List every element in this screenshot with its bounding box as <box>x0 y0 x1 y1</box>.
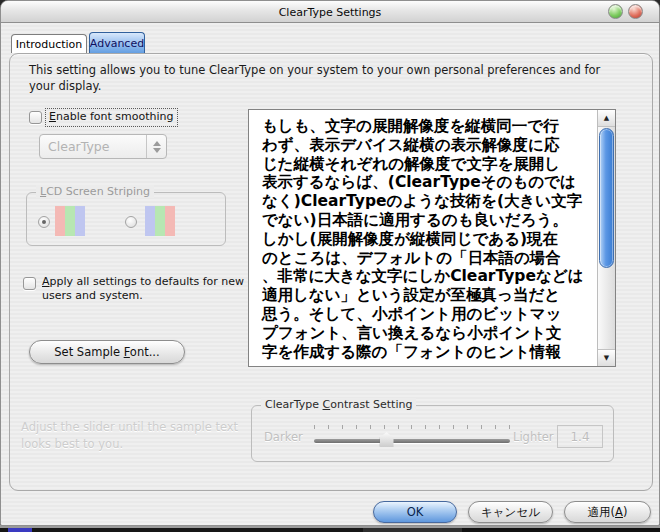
cleartype-settings-window: ClearType Settings Introduction Advanced… <box>0 0 660 526</box>
down-arrow-icon: ▼ <box>604 354 609 362</box>
smoothing-type-dropdown: ClearType <box>39 134 167 159</box>
screen: ClearType Settings Introduction Advanced… <box>0 0 660 532</box>
rgb-striping-radio <box>38 216 50 228</box>
slider-hint-text: Adjust the slider until the sample text … <box>21 419 251 453</box>
background-dark-band <box>0 528 660 532</box>
lcd-striping-group: LCD Screen Striping <box>26 192 226 246</box>
bgr-stripes-swatch <box>145 206 175 236</box>
lcd-striping-title: LCD Screen Striping <box>36 185 154 198</box>
contrast-slider-thumb <box>380 432 394 447</box>
tab-advanced[interactable]: Advanced <box>89 32 145 53</box>
description-text: This setting allows you to tune ClearTyp… <box>29 62 629 94</box>
smoothing-type-value: ClearType <box>40 139 146 154</box>
background-window-sliver <box>0 525 660 532</box>
scrollbar-thumb[interactable] <box>599 128 614 268</box>
stepper-down-icon <box>153 148 161 153</box>
close-button[interactable] <box>628 4 643 19</box>
contrast-value: 1.4 <box>557 425 603 448</box>
enable-font-smoothing-label[interactable]: Enable font smoothing <box>45 108 178 127</box>
apply-all-label[interactable]: Apply all settings to defaults for new u… <box>42 275 247 303</box>
apply-all-checkbox[interactable] <box>23 277 36 290</box>
cancel-button[interactable]: キャンセル <box>468 501 553 523</box>
sample-text: もしも、文字の展開解像度を縦横同一で行 わず、表示デバイス縦横の表示解像度に応 … <box>249 110 595 366</box>
bgr-striping-radio <box>125 216 137 228</box>
apply-button[interactable]: 適用(A) <box>564 501 651 523</box>
rgb-stripes-swatch <box>55 206 85 236</box>
slider-ticks <box>314 425 510 430</box>
tab-introduction[interactable]: Introduction <box>11 34 87 53</box>
sample-text-area[interactable]: もしも、文字の展開解像度を縦横同一で行 わず、表示デバイス縦横の表示解像度に応 … <box>248 109 616 367</box>
enable-font-smoothing-checkbox[interactable] <box>29 111 42 124</box>
contrast-slider <box>314 439 510 443</box>
scrollbar[interactable]: ▲ ▼ <box>597 110 615 366</box>
minimize-button[interactable] <box>608 4 623 19</box>
window-title: ClearType Settings <box>1 6 659 19</box>
contrast-group: ClearType Contrast Setting Darker Lighte… <box>251 405 614 462</box>
scroll-down-button[interactable]: ▼ <box>598 349 615 366</box>
titlebar[interactable]: ClearType Settings <box>1 1 659 23</box>
contrast-group-title: ClearType Contrast Setting <box>261 398 416 411</box>
darker-label: Darker <box>264 430 303 444</box>
stepper-up-icon <box>153 141 161 146</box>
dropdown-stepper-icon <box>146 135 166 158</box>
background-blue-chip <box>8 528 32 532</box>
set-sample-font-button[interactable]: Set Sample Font... <box>29 340 185 364</box>
scroll-up-button[interactable]: ▲ <box>598 110 615 127</box>
up-arrow-icon: ▲ <box>604 114 609 122</box>
lighter-label: Lighter <box>513 430 554 444</box>
ok-button[interactable]: OK <box>373 501 457 523</box>
